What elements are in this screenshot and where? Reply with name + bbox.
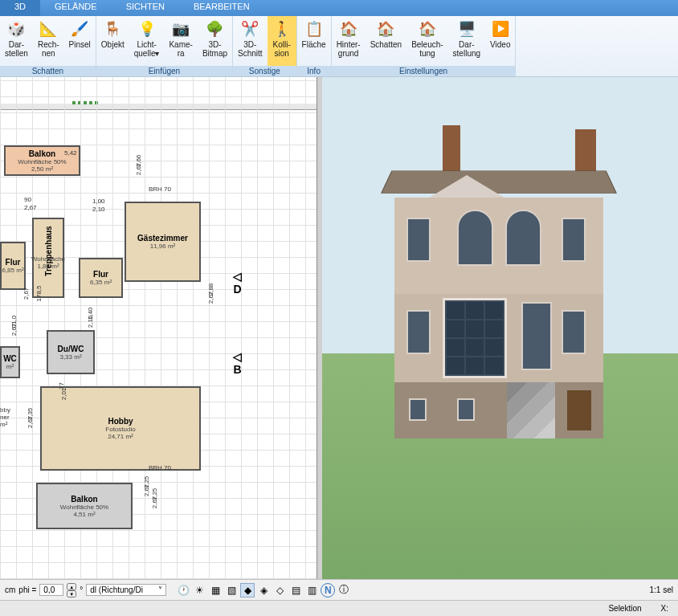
beleuchtung-label: Beleuch- tung [411,40,443,58]
bitmap-icon: 🌳 [205,19,224,39]
video-label: Video [490,40,510,49]
ribbon-flaeche[interactable]: 📋Fläche [297,16,331,66]
tab-bearbeiten[interactable]: BEARBEITEN [179,0,264,16]
floorplan: BalkonWohnfläche 50%2,50 m²Flur6,85 m²Tr… [0,109,209,527]
room-du/wc[interactable]: Du/WC3,33 m² [47,330,95,374]
dimension-label: 2,67 [207,292,214,304]
sb-info-icon[interactable]: ⓘ [337,583,351,598]
pinsel-label: Pinsel [69,40,91,49]
ribbon-kamera[interactable]: 📷Kame- ra [164,16,197,66]
dimension-label: BRH 70 [149,186,171,193]
direction-select[interactable]: dl (Richtung/Di ˅ [86,584,166,596]
ribbon-kollision[interactable]: 🚶Kolli- sion [268,16,296,66]
pinsel-icon: 🖌️ [70,19,89,39]
tab-3d[interactable]: 3D [0,0,40,16]
kamera-icon: 📷 [171,19,190,39]
sb-grid2-icon[interactable]: ▥ [304,583,319,598]
schnitt-icon: ✂️ [240,19,259,39]
sb-snap1-icon[interactable]: ◆ [240,583,255,598]
dimension-label: 2,67 [22,288,30,300]
sb-sun-icon[interactable]: ☀ [192,583,206,598]
dimension-label: 2,67 [24,204,37,211]
dimension-label: 2,10 [87,316,94,328]
dimension-label: 2,10 [92,206,105,213]
ribbon-schnitt[interactable]: ✂️3D- Schnitt [233,16,268,66]
sb-grid1-icon[interactable]: ▤ [288,583,303,598]
room-flur[interactable]: Flur6,35 m² [79,258,123,298]
room-flur[interactable]: Flur6,85 m² [0,242,26,290]
ribbon-objekt[interactable]: 🪑Objekt [96,16,129,66]
ribbon-group-einfügen: Einfügen [96,66,232,76]
workarea: BalkonWohnfläche 50%2,50 m²Flur6,85 m²Tr… [0,77,678,579]
statusbar-lower: Selektion X: [0,600,678,616]
house-3d [362,125,635,511]
dimension-label: 2,67 [143,484,150,497]
bitmap-label: 3D- Bitmap [202,40,227,58]
tab-sichten[interactable]: SICHTEN [112,0,179,16]
view-3d[interactable] [322,77,678,579]
ribbon-schatten2[interactable]: 🏠Schatten [366,16,406,66]
dimension-label: 2,01 [60,388,67,401]
sb-snap3-icon[interactable]: ◇ [272,583,287,598]
sb-clock-icon[interactable]: 🕐 [176,583,190,598]
dimension-label: BRH 70 [149,464,171,471]
dimension-label: 2,67 [10,324,18,337]
dimension-label: 1,00 [92,198,105,205]
ribbon-group-sonstige: Sonstige [233,66,296,76]
ribbon-darstellung[interactable]: 🖥️Dar- stellung [448,16,485,66]
dimension-label: 5,42 [64,149,77,157]
beleuchtung-icon: 🏠 [418,19,437,39]
main-tabs: 3D GELÄNDE SICHTEN BEARBEITEN [0,0,678,16]
dimension-label: 178,5 [35,285,43,301]
phi-input[interactable]: 0,0 [39,584,63,596]
ribbon-group-info: Info [297,66,331,76]
rechnen-icon: 📐 [39,19,58,39]
section-marker: ◁ B [233,350,242,376]
room-wc[interactable]: WCm² [0,346,20,378]
section-marker: ◁ D [233,270,242,296]
schnitt-label: 3D- Schnitt [238,40,263,58]
sb-layers1-icon[interactable]: ▦ [208,583,223,598]
hintergrund-label: Hinter- grund [337,40,361,58]
darstellung-label: Dar- stellung [453,40,480,58]
room-balkon[interactable]: BalkonWohnfläche 50%4,51 m² [36,483,133,529]
ratio-label: 1:1 sel [650,585,673,594]
objekt-icon: 🪑 [103,19,122,39]
ribbon-group-einstellungen: Einstellungen [332,66,516,76]
video-icon: ▶️ [491,19,510,39]
dimension-label: 2,67 [151,496,158,509]
ribbon-beleuchtung[interactable]: 🏠Beleuch- tung [406,16,447,66]
phi-spinner[interactable]: ▲▼ [67,583,76,598]
dimension-label: bby ner m² [0,406,10,428]
view-2d[interactable]: BalkonWohnfläche 50%2,50 m²Flur6,85 m²Tr… [0,77,317,579]
ribbon-pinsel[interactable]: 🖌️Pinsel [64,16,96,66]
ribbon-licht[interactable]: 💡Licht- quelle▾ [129,16,165,66]
sb-layers2-icon[interactable]: ▧ [224,583,239,598]
ribbon-hintergrund[interactable]: 🏠Hinter- grund [332,16,366,66]
sb-north-icon[interactable]: N [321,583,335,598]
schatten2-icon: 🏠 [376,19,395,39]
ribbon-video[interactable]: ▶️Video [485,16,515,66]
objekt-label: Objekt [101,40,125,49]
darstellung-icon: 🖥️ [457,19,476,39]
statusbar: cm phi = 0,0 ▲▼ ° dl (Richtung/Di ˅ 🕐☀▦▧… [0,579,678,600]
deg-label: ° [80,585,83,594]
dimension-label: 2,67 [135,163,142,176]
kamera-label: Kame- ra [169,40,192,58]
selection-label: Selektion [608,604,641,613]
kollision-icon: 🚶 [272,19,292,39]
room-gästezimmer[interactable]: Gästezimmer11,96 m² [125,202,201,282]
licht-icon: 💡 [137,19,157,39]
hintergrund-icon: 🏠 [339,19,358,39]
ribbon-darstellen[interactable]: 🎲Dar- stellen [0,16,33,66]
tab-gelaende[interactable]: GELÄNDE [40,0,112,16]
licht-label: Licht- quelle▾ [134,40,160,58]
darstellen-icon: 🎲 [6,19,26,39]
ribbon: 🎲Dar- stellen📐Rech- nen🖌️PinselSchatten🪑… [0,16,678,77]
ribbon-rechnen[interactable]: 📐Rech- nen [33,16,64,66]
sb-snap2-icon[interactable]: ◈ [256,583,271,598]
ribbon-bitmap[interactable]: 🌳3D- Bitmap [198,16,232,66]
phi-down[interactable]: ▼ [67,590,76,598]
phi-up[interactable]: ▲ [67,583,76,590]
rechnen-label: Rech- nen [38,40,59,58]
